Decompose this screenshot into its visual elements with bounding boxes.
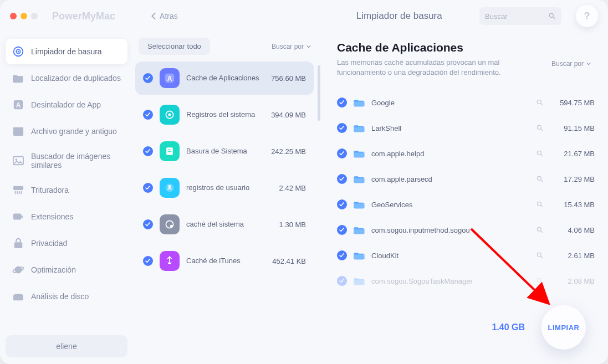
file-row[interactable]: LarkShell 91.15 MB (337, 115, 595, 141)
category-item[interactable]: A Cache de Aplicaciones 756.60 MB (135, 61, 314, 95)
category-item[interactable]: Caché de iTunes 452.41 KB (135, 244, 314, 278)
category-size: 242.25 MB (271, 147, 306, 156)
magnify-icon[interactable] (536, 150, 544, 157)
detail-title: Cache de Aplicaciones (337, 41, 595, 54)
search-input[interactable]: Buscar (479, 7, 561, 25)
file-row[interactable]: com.apple.helpd 21.67 MB (337, 141, 595, 166)
svg-point-10 (16, 158, 18, 161)
svg-text:A: A (167, 75, 172, 83)
svg-point-30 (168, 185, 171, 188)
svg-text:A: A (16, 101, 21, 109)
puzzle-icon (12, 211, 24, 223)
category-item[interactable]: Basura de Sistema 242.25 MB (135, 135, 314, 168)
category-icon (160, 178, 180, 198)
sidebar-item-extensions[interactable]: Extensiones (6, 204, 127, 229)
checkbox-icon[interactable] (143, 73, 153, 83)
svg-rect-26 (166, 147, 173, 155)
checkbox-icon[interactable] (143, 183, 153, 193)
page-title: Limpiador de basura (356, 11, 442, 22)
sidebar-item-uninstaller[interactable]: A Desintalador de App (6, 92, 127, 117)
category-icon (160, 105, 180, 125)
svg-point-38 (537, 151, 541, 155)
box-icon (12, 125, 24, 137)
category-label: Cache de Aplicaciones (186, 74, 259, 83)
file-row[interactable]: Google 594.75 MB (337, 90, 595, 115)
file-name: com.sogou.inputmethod.sogou (371, 226, 529, 234)
checkbox-icon[interactable] (337, 174, 347, 184)
checkbox-icon[interactable] (337, 199, 347, 209)
magnify-icon[interactable] (536, 252, 544, 259)
checkbox-icon[interactable] (337, 148, 347, 158)
sidebar-item-optimization[interactable]: Optimización (6, 257, 127, 283)
sidebar-item-duplicate-finder[interactable]: Localizador de duplicados (6, 65, 127, 91)
magnify-icon[interactable] (536, 226, 544, 234)
close-icon[interactable] (10, 13, 17, 19)
svg-line-35 (541, 104, 543, 105)
category-item[interactable]: registros de usuario 2.42 MB (135, 171, 314, 204)
search-placeholder: Buscar (485, 12, 507, 20)
magnify-icon[interactable] (536, 201, 544, 208)
select-all-button[interactable]: Seleccionar todo (139, 38, 210, 55)
category-size: 1.30 MB (279, 221, 306, 229)
scrollbar[interactable] (318, 65, 320, 121)
file-row[interactable]: GeoServices 15.43 MB (337, 192, 595, 217)
sidebar-item-label: Trituradora (31, 186, 69, 194)
svg-point-42 (537, 202, 541, 206)
category-size: 452.41 KB (272, 257, 306, 265)
sidebar-item-large-old[interactable]: Archivo grande y antiguo (6, 119, 127, 144)
checkbox-icon[interactable] (143, 219, 153, 229)
checkbox-icon[interactable] (337, 123, 347, 133)
svg-point-46 (537, 253, 541, 257)
svg-point-21 (13, 294, 23, 297)
drive-icon (12, 290, 24, 303)
detail-sort-button[interactable]: Buscar por (551, 60, 591, 68)
checkbox-icon[interactable] (337, 225, 347, 235)
svg-point-34 (537, 100, 541, 104)
svg-line-39 (541, 155, 543, 156)
category-sort-button[interactable]: Buscar por (272, 43, 311, 50)
checkbox-icon[interactable] (143, 110, 153, 120)
checkbox-icon[interactable] (143, 146, 153, 156)
sidebar-item-similar-images[interactable]: Buscador de imágenes similares (6, 145, 127, 176)
file-row[interactable]: com.sogou.SogouTaskManager 2.08 MB (337, 268, 595, 294)
lock-icon (12, 237, 24, 249)
target-icon (12, 45, 24, 58)
file-row[interactable]: com.sogou.inputmethod.sogou 4.06 MB (337, 217, 595, 243)
svg-line-37 (541, 129, 543, 131)
category-item[interactable]: caché del sistema 1.30 MB (135, 208, 314, 241)
svg-point-32 (170, 225, 173, 228)
checkbox-icon[interactable] (337, 276, 347, 286)
category-size: 756.60 MB (271, 74, 306, 83)
file-size: 2.08 MB (550, 277, 595, 285)
back-label: Atras (160, 12, 178, 20)
magnify-icon[interactable] (536, 99, 544, 106)
magnify-icon[interactable] (536, 277, 544, 285)
help-button[interactable]: ? (576, 5, 598, 27)
magnify-icon[interactable] (536, 124, 544, 132)
clean-button[interactable]: LIMPIAR (541, 305, 586, 350)
magnify-icon[interactable] (536, 175, 544, 183)
app-name: PowerMyMac (52, 11, 115, 22)
folder-icon (354, 200, 365, 209)
svg-rect-11 (13, 186, 23, 190)
file-row[interactable]: CloudKit 2.61 MB (337, 243, 595, 268)
sidebar-item-shredder[interactable]: Trituradora (6, 177, 127, 203)
sidebar-item-label: Optimización (31, 265, 76, 274)
checkbox-icon[interactable] (143, 256, 153, 266)
sidebar-item-privacy[interactable]: Privacidad (6, 230, 127, 256)
back-button[interactable]: Atras (151, 12, 178, 20)
sidebar-item-junk-cleaner[interactable]: Limpiador de basura (6, 39, 127, 64)
window-controls (10, 13, 38, 19)
sidebar-item-disk-analysis[interactable]: Análisis de disco (6, 284, 127, 309)
checkbox-icon[interactable] (337, 250, 347, 260)
file-size: 4.06 MB (550, 226, 595, 234)
folder-icon (354, 225, 365, 234)
file-row[interactable]: com.apple.parsecd 17.29 MB (337, 166, 595, 192)
svg-point-36 (537, 126, 541, 130)
category-item[interactable]: Registros del sistema 394.09 MB (135, 98, 314, 131)
maximize-icon[interactable] (31, 13, 38, 19)
checkbox-icon[interactable] (337, 98, 347, 107)
minimize-icon[interactable] (21, 13, 27, 19)
user-account[interactable]: eliene (6, 335, 127, 357)
svg-point-48 (537, 279, 541, 283)
